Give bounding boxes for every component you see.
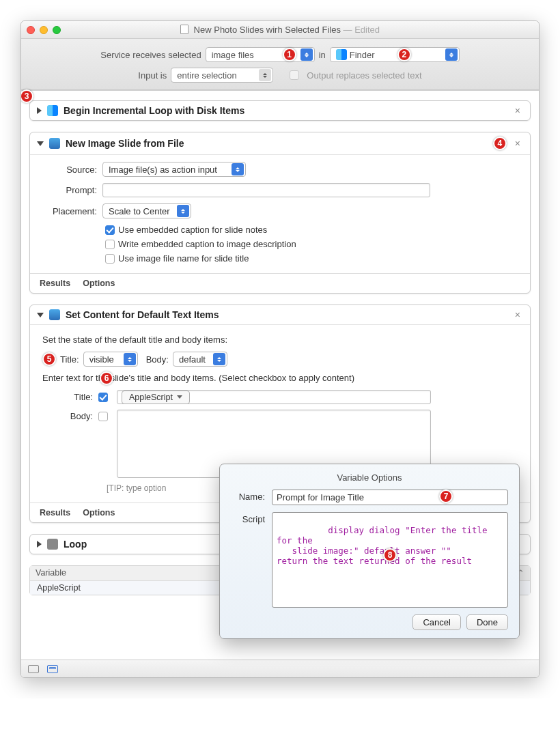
name-label: Name:: [231, 490, 265, 505]
checkbox-label: Use image file name for slide title: [118, 253, 249, 264]
checkbox-label: Use embedded caption for slide notes: [118, 225, 267, 235]
chevron-updown-icon: [300, 48, 313, 61]
callout-4: 4: [493, 137, 507, 150]
application-popup[interactable]: Finder 2: [330, 47, 460, 62]
callout-2: 2: [397, 48, 411, 61]
finder-icon: [47, 105, 58, 116]
state-description: Set the state of the default title and b…: [42, 335, 518, 345]
service-receives-label: Service receives selected: [100, 50, 201, 60]
output-replaces-checkbox: [290, 70, 299, 80]
remove-action-button[interactable]: ×: [512, 138, 523, 149]
automator-icon: [47, 539, 58, 550]
service-toolbar: Service receives selected image files 1 …: [21, 39, 539, 90]
title-text-field[interactable]: AppleScript: [117, 390, 431, 404]
automator-window: New Photo Slides wirh Selected Files — E…: [20, 20, 540, 678]
placement-popup[interactable]: Scale to Center: [102, 203, 191, 218]
body-apply-checkbox[interactable]: [98, 412, 108, 421]
chevron-updown-icon: [445, 48, 458, 61]
action-title: Begin Incremental Loop with Disk Items: [64, 105, 507, 116]
action-title: Set Content for Default Text Items: [66, 309, 507, 320]
zoom-window-button[interactable]: [53, 26, 61, 34]
chevron-updown-icon: [124, 353, 136, 365]
chevron-updown-icon: [177, 205, 189, 217]
keynote-icon: [49, 309, 60, 320]
filename-title-checkbox[interactable]: [105, 254, 115, 264]
callout-6: 6: [100, 371, 113, 385]
title-state-popup[interactable]: visible: [83, 352, 138, 367]
keynote-icon: [49, 138, 60, 149]
script-field[interactable]: display dialog "Enter the title for the …: [272, 512, 508, 608]
output-replaces-label: Output replaces selected text: [307, 70, 421, 81]
body-input-label: Body:: [60, 410, 93, 421]
enter-text-description: Enter text for the slide's title and bod…: [42, 373, 518, 383]
callout-8: 8: [383, 548, 397, 562]
disclosure-triangle-icon[interactable]: [37, 107, 42, 114]
view-log-button[interactable]: [28, 665, 39, 673]
popover-title: Variable Options: [231, 472, 508, 483]
variable-name-field[interactable]: Prompt for Image Title 7: [272, 490, 508, 505]
source-popup[interactable]: Image file(s) as action input: [102, 162, 246, 177]
variable-token[interactable]: AppleScript: [122, 391, 190, 404]
title-label: Title:: [60, 354, 79, 365]
variable-column-header[interactable]: Variable: [36, 568, 66, 578]
remove-action-button[interactable]: ×: [512, 309, 523, 320]
action-begin-loop[interactable]: Begin Incremental Loop with Disk Items ×: [29, 100, 531, 121]
window-title: New Photo Slides wirh Selected Files — E…: [21, 25, 539, 35]
script-label: Script: [231, 512, 265, 608]
results-button[interactable]: Results: [40, 508, 70, 518]
input-is-popup[interactable]: entire selection: [171, 68, 273, 83]
prompt-label: Prompt:: [42, 185, 97, 195]
results-button[interactable]: Results: [40, 279, 70, 288]
callout-1: 1: [283, 48, 296, 61]
traffic-lights: [27, 26, 61, 34]
embedded-caption-notes-checkbox[interactable]: [105, 225, 115, 235]
finder-icon: [336, 49, 347, 60]
options-button[interactable]: Options: [83, 508, 115, 518]
view-variables-button[interactable]: [47, 665, 58, 673]
disclosure-triangle-icon[interactable]: [37, 141, 44, 146]
input-is-label: Input is: [138, 70, 167, 81]
checkbox-label: Write embedded caption to image descript…: [118, 239, 296, 249]
close-window-button[interactable]: [27, 26, 35, 34]
callout-3: 3: [20, 89, 33, 103]
disclosure-triangle-icon[interactable]: [37, 541, 42, 548]
action-new-image-slide[interactable]: New Image Slide from File 4 × Source: Im…: [29, 132, 531, 294]
prompt-field[interactable]: [102, 183, 430, 197]
done-button[interactable]: Done: [466, 614, 508, 630]
workflow-area: 3 Begin Incremental Loop with Disk Items…: [21, 90, 539, 677]
title-input-label: Title:: [60, 392, 93, 402]
remove-action-button[interactable]: ×: [512, 105, 523, 116]
bottom-toolbar: [21, 660, 539, 677]
body-state-popup[interactable]: default: [173, 352, 227, 367]
source-label: Source:: [42, 165, 97, 175]
chevron-updown-icon: [232, 163, 244, 175]
in-label: in: [319, 50, 326, 60]
callout-7: 7: [439, 490, 453, 503]
minimize-window-button[interactable]: [40, 26, 48, 34]
chevron-updown-icon: [259, 69, 271, 81]
title-apply-checkbox[interactable]: [98, 393, 108, 402]
callout-5: 5: [42, 352, 56, 366]
document-icon: [180, 25, 188, 34]
disclosure-triangle-icon[interactable]: [37, 313, 44, 317]
action-title: New Image Slide from File: [66, 138, 540, 149]
titlebar: New Photo Slides wirh Selected Files — E…: [21, 21, 539, 39]
embedded-caption-description-checkbox[interactable]: [105, 240, 115, 249]
options-button[interactable]: Options: [83, 279, 115, 288]
cancel-button[interactable]: Cancel: [412, 614, 460, 630]
variable-options-popover: Variable Options Name: Prompt for Image …: [219, 464, 520, 639]
body-label: Body:: [146, 354, 169, 365]
chevron-updown-icon: [213, 353, 225, 365]
input-types-popup[interactable]: image files 1: [206, 47, 315, 62]
placement-label: Placement:: [42, 206, 97, 216]
